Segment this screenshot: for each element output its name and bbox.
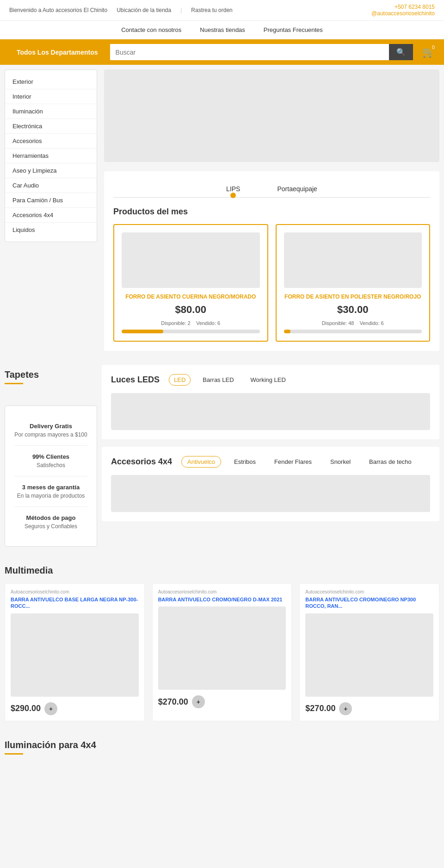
tab-lips[interactable]: LIPS bbox=[217, 181, 249, 197]
feature-pagos-title: Métodos de pago bbox=[14, 514, 87, 521]
tab-portaequipaje[interactable]: Portaequipaje bbox=[268, 181, 326, 197]
product-disponible-1: Disponible: 2 bbox=[161, 320, 191, 326]
card-image-1 bbox=[11, 613, 139, 697]
main-nav: Contacte con nosotros Nuestras tiendas P… bbox=[0, 21, 444, 39]
card-price-1: $290.00 bbox=[11, 704, 41, 713]
luces-content-placeholder bbox=[111, 393, 430, 430]
tabs-nav: LIPS Portaequipaje bbox=[113, 181, 430, 198]
nav-stores[interactable]: Nuestras tiendas bbox=[200, 26, 245, 33]
search-button[interactable]: 🔍 bbox=[389, 44, 413, 60]
feature-clientes-desc: Satisfechos bbox=[14, 462, 87, 468]
multimedia-grid: Autoaccesorioselchinito.com BARRA ANTIVU… bbox=[5, 583, 439, 721]
sidebar-item-car-audio[interactable]: Car Audio bbox=[5, 178, 97, 193]
stock-bar-2 bbox=[284, 330, 422, 333]
card-price-row-1: $290.00 + bbox=[11, 702, 139, 715]
product-stock-2: Disponible: 48 Vendido: 6 bbox=[284, 320, 422, 326]
acc-title: Accesorios 4x4 bbox=[111, 457, 172, 467]
sidebar-item-exterior[interactable]: Exterior bbox=[5, 75, 97, 89]
product-name-1: FORRO DE ASIENTO CUERINA NEGRO/MORADO bbox=[122, 293, 260, 300]
feature-garantia-desc: En la mayoría de productos bbox=[14, 493, 87, 499]
card-source-3: Autoaccesorioselchinito.com bbox=[305, 589, 433, 594]
cart-badge: 0 bbox=[429, 44, 438, 52]
product-vendido-2: Vendido: 6 bbox=[360, 320, 384, 326]
acc-tab-estribos[interactable]: Estribos bbox=[228, 456, 261, 467]
tapetes-section-wrapper: Tapetes Delivery Gratis Por compras mayo… bbox=[5, 365, 439, 556]
card-price-row-3: $270.00 + bbox=[305, 702, 433, 715]
acc-tab-fender[interactable]: Fender Flares bbox=[269, 456, 317, 467]
card-price-2: $270.00 bbox=[158, 697, 188, 707]
product-image-2 bbox=[284, 232, 422, 288]
card-title-1: BARRA ANTIVUELCO BASE LARGA NEGRA NP-300… bbox=[11, 596, 139, 610]
departments-button[interactable]: Todos Los Departamentos bbox=[9, 45, 105, 60]
product-card-1[interactable]: FORRO DE ASIENTO CUERINA NEGRO/MORADO $8… bbox=[113, 224, 268, 342]
search-input[interactable] bbox=[110, 44, 389, 60]
nav-contact[interactable]: Contacte con nosotros bbox=[121, 26, 181, 33]
luces-acc-main: Luces LEDS LED Barras LED Working LED Ac… bbox=[102, 365, 439, 556]
feature-clientes: 99% Clientes Satisfechos bbox=[14, 446, 87, 476]
sidebar-item-accesorios[interactable]: Accesorios bbox=[5, 134, 97, 149]
product-price-1: $80.00 bbox=[122, 304, 260, 316]
phone-number: +507 6234 8015 bbox=[371, 4, 435, 10]
hero-banner bbox=[104, 69, 439, 162]
nav-faq[interactable]: Preguntas Frecuentes bbox=[264, 26, 323, 33]
card-price-row-2: $270.00 + bbox=[158, 695, 286, 708]
add-to-cart-button-2[interactable]: + bbox=[192, 695, 205, 708]
stock-bar-1 bbox=[122, 330, 260, 333]
sidebar-item-accesorios-4x4[interactable]: Accesorios 4x4 bbox=[5, 208, 97, 223]
acc-section: Accesorios 4x4 Antivuelco Estribos Fende… bbox=[102, 447, 439, 521]
card-source-1: Autoaccesorioselchinito.com bbox=[11, 589, 139, 594]
sidebar-item-herramientas[interactable]: Herramientas bbox=[5, 149, 97, 163]
luces-tab-barras[interactable]: Barras LED bbox=[198, 375, 238, 385]
email-address: @autoaccesorioselchinito bbox=[371, 10, 435, 17]
tapetes-title: Tapetes bbox=[5, 369, 97, 380]
tabs-section: LIPS Portaequipaje Productos del mes FOR… bbox=[104, 171, 439, 351]
multimedia-card-2[interactable]: Autoaccesorioselchinito.com BARRA ANTIVU… bbox=[152, 583, 292, 721]
cart-plus-icon-2: + bbox=[197, 698, 200, 706]
content-wrapper: Exterior Interior Iluminación Electrónic… bbox=[0, 65, 444, 365]
feature-delivery-title: Delivery Gratis bbox=[14, 423, 87, 430]
sidebar-item-aseo[interactable]: Aseo y Limpieza bbox=[5, 163, 97, 178]
luces-tab-working[interactable]: Working LED bbox=[246, 375, 290, 385]
search-icon: 🔍 bbox=[396, 48, 406, 56]
card-price-3: $270.00 bbox=[305, 704, 335, 713]
luces-header: Luces LEDS LED Barras LED Working LED bbox=[111, 374, 430, 386]
acc-content-placeholder bbox=[111, 475, 430, 512]
acc-tabs: Antivuelco Estribos Fender Flares Snorke… bbox=[181, 456, 417, 468]
multimedia-card-3[interactable]: Autoaccesorioselchinito.com BARRA ANTIVU… bbox=[299, 583, 439, 721]
features-sidebar: Delivery Gratis Por compras mayores a $1… bbox=[5, 406, 97, 547]
add-to-cart-button-1[interactable]: + bbox=[44, 702, 57, 715]
luces-title: Luces LEDS bbox=[111, 375, 160, 385]
sidebar-item-electronica[interactable]: Electrónica bbox=[5, 119, 97, 134]
add-to-cart-button-3[interactable]: + bbox=[339, 702, 352, 715]
track-order-link[interactable]: Rastrea tu orden bbox=[191, 7, 232, 13]
multimedia-card-1[interactable]: Autoaccesorioselchinito.com BARRA ANTIVU… bbox=[5, 583, 145, 721]
sidebar-item-iluminacion[interactable]: Iluminación bbox=[5, 104, 97, 119]
product-price-2: $30.00 bbox=[284, 304, 422, 316]
acc-tab-barras-techo[interactable]: Barras de techo bbox=[364, 456, 417, 467]
main-content: LIPS Portaequipaje Productos del mes FOR… bbox=[102, 65, 444, 365]
feature-pagos-desc: Seguros y Confiables bbox=[14, 523, 87, 530]
sidebar-item-liquidos[interactable]: Liquidos bbox=[5, 223, 97, 237]
feature-clientes-title: 99% Clientes bbox=[14, 453, 87, 460]
sidebar-item-camion[interactable]: Para Camión / Bus bbox=[5, 193, 97, 208]
top-bar: Bienvenido a Auto accesorios El Chinito … bbox=[0, 0, 444, 21]
card-source-2: Autoaccesorioselchinito.com bbox=[158, 589, 286, 594]
store-location-link[interactable]: Ubicación de la tienda bbox=[117, 7, 171, 13]
feature-garantia-title: 3 meses de garantía bbox=[14, 484, 87, 491]
product-card-2[interactable]: FORRO DE ASIENTO EN POLIESTER NEGRO/ROJO… bbox=[276, 224, 431, 342]
cart-icon-wrap[interactable]: 🛒 0 bbox=[422, 46, 435, 58]
card-title-2: BARRA ANTIVUELCO CROMO/NEGRO D-MAX 2021 bbox=[158, 596, 286, 603]
iluminacion-section: Iluminación para 4x4 bbox=[0, 731, 444, 764]
acc-tab-snorkel[interactable]: Snorkel bbox=[325, 456, 356, 467]
product-vendido-1: Vendido: 6 bbox=[196, 320, 220, 326]
card-title-3: BARRA ANTIVUELCO CROMO/NEGRO NP300 ROCCO… bbox=[305, 596, 433, 610]
feature-garantia: 3 meses de garantía En la mayoría de pro… bbox=[14, 476, 87, 507]
feature-delivery: Delivery Gratis Por compras mayores a $1… bbox=[14, 415, 87, 446]
luces-tab-led[interactable]: LED bbox=[169, 374, 191, 386]
acc-tab-antivuelco[interactable]: Antivuelco bbox=[181, 456, 221, 468]
feature-pagos: Métodos de pago Seguros y Confiables bbox=[14, 507, 87, 537]
iluminacion-title: Iluminación para 4x4 bbox=[5, 740, 439, 750]
productos-del-mes-title: Productos del mes bbox=[113, 207, 430, 217]
sidebar-item-interior[interactable]: Interior bbox=[5, 89, 97, 104]
card-image-2 bbox=[158, 606, 286, 690]
